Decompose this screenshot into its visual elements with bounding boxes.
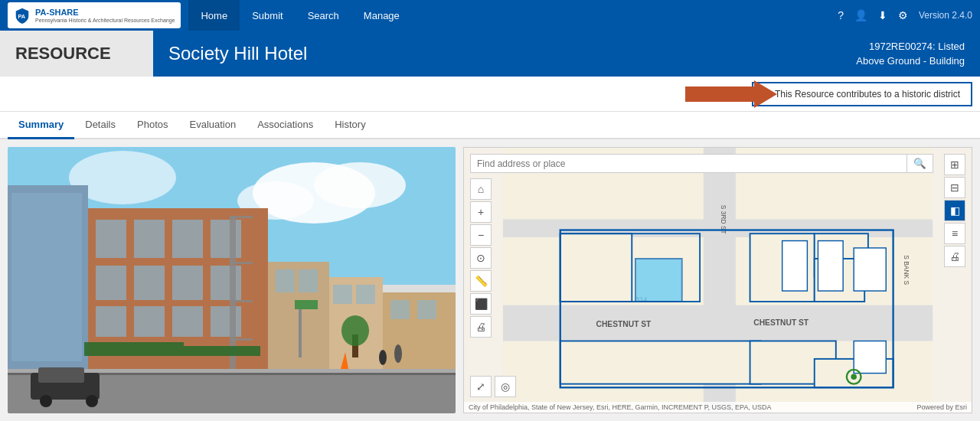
contributes-label: This Resource contributes to a historic …: [775, 89, 960, 100]
svg-rect-63: [635, 259, 682, 302]
tab-details[interactable]: Details: [74, 112, 126, 139]
action-row: ≡ This Resource contributes to a histori…: [0, 77, 980, 112]
svg-rect-26: [230, 300, 253, 302]
download-icon[interactable]: ⬇: [878, 9, 887, 21]
svg-rect-20: [134, 306, 165, 337]
map-zoom-in-button[interactable]: +: [470, 201, 492, 223]
map-locate-button[interactable]: ⊙: [470, 247, 492, 269]
settings-icon[interactable]: ⚙: [898, 9, 908, 21]
nav-links: Home Submit Search Manage: [188, 0, 838, 31]
contributes-button[interactable]: ≡ This Resource contributes to a histori…: [752, 82, 972, 106]
logo-subtext: Pennsylvania Historic & Architectural Re…: [35, 18, 175, 24]
resource-id: 1972RE00274: Listed: [856, 39, 965, 54]
map-panel: 🔍 CHESTNUT ST CHESTNU S 3RD ST S BANK S …: [463, 147, 972, 413]
svg-rect-74: [818, 241, 843, 291]
svg-marker-1: [685, 80, 777, 108]
svg-text:PA: PA: [18, 13, 26, 20]
nav-right-icons: ? 👤 ⬇ ⚙ Version 2.4.0: [838, 9, 972, 21]
nav-home[interactable]: Home: [188, 0, 240, 31]
svg-point-45: [40, 395, 52, 407]
resource-title: Society Hill Hotel: [168, 43, 307, 64]
svg-rect-64: [560, 233, 632, 302]
tab-photos[interactable]: Photos: [126, 112, 178, 139]
svg-rect-21: [172, 306, 203, 337]
map-attribution: City of Philadelphia, State of New Jerse…: [469, 403, 771, 411]
map-layers-button[interactable]: ◧: [944, 200, 965, 221]
tab-history[interactable]: History: [324, 112, 376, 139]
map-filter-button[interactable]: ⊟: [944, 177, 965, 198]
main-content: 🔍 CHESTNUT ST CHESTNU S 3RD ST S BANK S …: [0, 139, 980, 421]
map-list-button[interactable]: ≡: [944, 223, 965, 244]
svg-rect-12: [134, 220, 165, 258]
user-icon[interactable]: 👤: [854, 9, 867, 21]
map-search-button[interactable]: 🔍: [907, 154, 933, 173]
map-print-button2[interactable]: 🖨: [470, 316, 492, 338]
tab-summary[interactable]: Summary: [8, 112, 74, 139]
nav-submit[interactable]: Submit: [240, 0, 295, 31]
svg-rect-18: [211, 266, 241, 300]
svg-rect-40: [184, 346, 260, 356]
tab-evaluation[interactable]: Evaluation: [178, 112, 247, 139]
svg-point-78: [851, 374, 856, 380]
tab-associations[interactable]: Associations: [247, 112, 324, 139]
map-zoom-out-button[interactable]: −: [470, 224, 492, 246]
map-measure-button[interactable]: 📏: [470, 270, 492, 292]
resource-header: RESOURCE Society Hill Hotel 1972RE00274:…: [0, 31, 980, 77]
building-photo: [8, 147, 456, 413]
svg-rect-37: [390, 300, 410, 319]
map-search-bar: 🔍: [470, 154, 933, 173]
nav-search[interactable]: Search: [296, 0, 351, 31]
svg-rect-44: [38, 367, 84, 383]
logo-icon: PA: [14, 7, 31, 24]
map-svg: CHESTNUT ST CHESTNU S 3RD ST S BANK S EL…: [464, 148, 972, 413]
map-home-button[interactable]: ⌂: [470, 178, 492, 200]
version-label: Version 2.4.0: [919, 10, 972, 21]
svg-rect-25: [230, 262, 253, 264]
svg-rect-38: [417, 300, 436, 319]
nav-manage[interactable]: Manage: [351, 0, 412, 31]
map-search-input[interactable]: [470, 154, 907, 173]
svg-rect-69: [560, 341, 761, 383]
map-extent-button[interactable]: ⤢: [470, 376, 492, 397]
svg-rect-11: [96, 220, 126, 258]
map-print-button[interactable]: 🖨: [944, 246, 965, 267]
svg-text:CHESTNUT ST: CHESTNUT ST: [753, 318, 809, 327]
map-location-button[interactable]: ◎: [495, 376, 516, 397]
svg-rect-42: [295, 300, 318, 309]
svg-rect-35: [356, 285, 375, 304]
resource-type: Above Ground - Building: [856, 54, 965, 69]
map-fullscreen-bottom-button[interactable]: ⬛: [470, 293, 492, 315]
svg-point-47: [379, 350, 387, 365]
svg-text:S BANK S: S BANK S: [903, 255, 910, 285]
svg-point-50: [341, 315, 369, 346]
logo[interactable]: PA PA-SHARE Pennsylvania Historic & Arch…: [8, 2, 181, 28]
svg-point-4: [314, 162, 406, 208]
svg-rect-31: [276, 269, 295, 292]
map-toolbar-left: ⌂ + − ⊙ 📏 ⬛ 🖨: [470, 178, 492, 338]
svg-rect-27: [230, 338, 253, 341]
svg-rect-22: [211, 306, 241, 337]
svg-text:CHESTNUT ST: CHESTNUT ST: [596, 320, 652, 328]
svg-rect-16: [134, 266, 165, 300]
map-footer: City of Philadelphia, State of New Jerse…: [464, 402, 972, 413]
tabs-row: Summary Details Photos Evaluation Associ…: [0, 112, 980, 139]
help-icon[interactable]: ?: [838, 9, 844, 21]
arrow-icon: [685, 80, 777, 108]
photo-panel: [8, 147, 456, 413]
map-toolbar-right: ⊞ ⊟ ◧ ≡ 🖨: [944, 154, 965, 267]
resource-title-area: Society Hill Hotel 1972RE00274: Listed A…: [153, 31, 980, 77]
map-grid-button[interactable]: ⊞: [944, 154, 965, 175]
svg-rect-34: [333, 285, 352, 304]
svg-rect-14: [211, 220, 241, 258]
top-navigation: PA PA-SHARE Pennsylvania Historic & Arch…: [0, 0, 980, 31]
svg-rect-19: [96, 306, 126, 337]
svg-point-46: [86, 395, 98, 407]
svg-point-48: [394, 344, 402, 363]
svg-rect-29: [11, 193, 82, 361]
svg-rect-15: [96, 266, 126, 300]
resource-label: RESOURCE: [0, 31, 153, 77]
svg-rect-32: [299, 269, 318, 292]
svg-rect-13: [172, 220, 203, 258]
svg-rect-73: [782, 241, 808, 291]
svg-rect-39: [84, 342, 184, 356]
